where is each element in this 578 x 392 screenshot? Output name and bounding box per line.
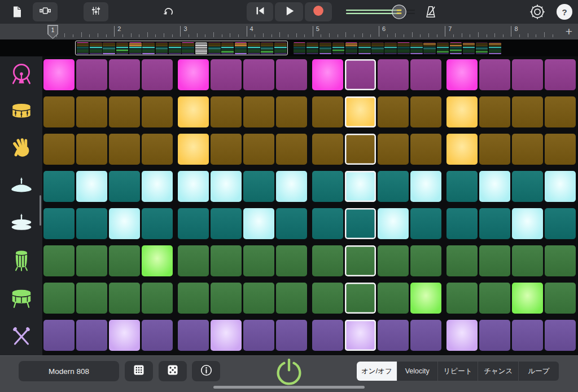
pad-snare-5[interactable] <box>178 96 209 127</box>
record-button[interactable] <box>305 2 332 21</box>
pad-conga-9[interactable] <box>312 245 343 276</box>
pad-sticks-10[interactable] <box>345 320 376 351</box>
pad-tom-13[interactable] <box>446 283 478 314</box>
pad-kick-2[interactable] <box>76 59 107 90</box>
pad-tom-8[interactable] <box>276 283 307 314</box>
instrument-closed-hihat[interactable] <box>0 171 42 202</box>
pad-snare-9[interactable] <box>312 96 343 127</box>
slider-thumb[interactable] <box>392 5 406 19</box>
pad-open-hihat-2[interactable] <box>76 208 107 239</box>
pad-sticks-8[interactable] <box>276 320 307 351</box>
instrument-sticks[interactable] <box>0 320 42 351</box>
pad-clap-7[interactable] <box>243 134 274 165</box>
tab-on-off[interactable]: オン/オフ <box>357 362 397 381</box>
pad-tom-16[interactable] <box>545 283 576 314</box>
preset-button[interactable]: Modern 808 <box>19 361 119 381</box>
pad-closed-hihat-2[interactable] <box>76 171 107 202</box>
pad-tom-11[interactable] <box>378 283 409 314</box>
pad-tom-9[interactable] <box>312 283 343 314</box>
pad-snare-13[interactable] <box>446 96 478 127</box>
pad-kick-13[interactable] <box>446 59 478 90</box>
pad-snare-8[interactable] <box>276 96 307 127</box>
pad-snare-11[interactable] <box>378 96 409 127</box>
pad-open-hihat-6[interactable] <box>211 208 242 239</box>
pad-tom-2[interactable] <box>76 283 107 314</box>
pad-open-hihat-14[interactable] <box>479 208 510 239</box>
pad-open-hihat-10[interactable] <box>345 208 376 239</box>
instrument-clap[interactable] <box>0 134 42 165</box>
instrument-kick[interactable] <box>0 59 42 90</box>
tab-chance[interactable]: チャンス <box>478 362 518 381</box>
pad-clap-11[interactable] <box>378 134 409 165</box>
pad-sticks-14[interactable] <box>479 320 510 351</box>
pad-sticks-9[interactable] <box>312 320 343 351</box>
pad-conga-2[interactable] <box>76 245 107 276</box>
pad-open-hihat-5[interactable] <box>178 208 209 239</box>
tab-velocity[interactable]: Velocity <box>397 362 437 381</box>
pad-tom-14[interactable] <box>479 283 510 314</box>
pad-conga-10[interactable] <box>345 245 376 276</box>
pad-open-hihat-12[interactable] <box>410 208 441 239</box>
pad-conga-3[interactable] <box>109 245 140 276</box>
pad-snare-2[interactable] <box>76 96 107 127</box>
undo-button[interactable] <box>161 5 175 21</box>
pad-closed-hihat-11[interactable] <box>378 171 409 202</box>
pad-open-hihat-13[interactable] <box>446 208 478 239</box>
info-button[interactable] <box>192 361 220 381</box>
metronome-button[interactable] <box>423 5 438 21</box>
pad-tom-5[interactable] <box>178 283 209 314</box>
pad-clap-9[interactable] <box>312 134 343 165</box>
pad-kick-5[interactable] <box>178 59 209 90</box>
pad-tom-4[interactable] <box>142 283 173 314</box>
pad-snare-7[interactable] <box>243 96 274 127</box>
pad-conga-8[interactable] <box>276 245 307 276</box>
pattern-region-1[interactable] <box>75 41 288 55</box>
add-section-button[interactable]: + <box>562 24 576 39</box>
pad-clap-1[interactable] <box>43 134 75 165</box>
pad-sticks-3[interactable] <box>109 320 140 351</box>
grid-view-button[interactable] <box>125 361 153 381</box>
pad-sticks-1[interactable] <box>43 320 75 351</box>
randomize-button[interactable] <box>159 361 187 381</box>
pad-kick-7[interactable] <box>243 59 274 90</box>
pad-conga-16[interactable] <box>545 245 576 276</box>
pad-snare-15[interactable] <box>512 96 543 127</box>
pad-sticks-16[interactable] <box>545 320 576 351</box>
pad-kick-1[interactable] <box>43 59 75 90</box>
pad-sticks-11[interactable] <box>378 320 409 351</box>
pattern-region-2[interactable] <box>292 41 502 55</box>
pad-sticks-12[interactable] <box>410 320 441 351</box>
instrument-tom[interactable] <box>0 283 42 314</box>
pad-closed-hihat-9[interactable] <box>312 171 343 202</box>
pad-open-hihat-7[interactable] <box>243 208 274 239</box>
horizontal-scrollbar[interactable] <box>213 386 365 389</box>
pad-sticks-7[interactable] <box>243 320 274 351</box>
pad-tom-3[interactable] <box>109 283 140 314</box>
view-toggle-button[interactable] <box>33 2 58 21</box>
pad-conga-11[interactable] <box>378 245 409 276</box>
pad-snare-3[interactable] <box>109 96 140 127</box>
pad-sticks-6[interactable] <box>211 320 242 351</box>
pad-closed-hihat-1[interactable] <box>43 171 75 202</box>
pad-clap-5[interactable] <box>178 134 209 165</box>
rewind-button[interactable] <box>247 2 273 21</box>
pad-tom-7[interactable] <box>243 283 274 314</box>
pad-closed-hihat-14[interactable] <box>479 171 510 202</box>
pad-clap-12[interactable] <box>410 134 441 165</box>
pad-conga-12[interactable] <box>410 245 441 276</box>
pad-conga-13[interactable] <box>446 245 478 276</box>
pad-tom-15[interactable] <box>512 283 543 314</box>
help-button[interactable]: ? <box>557 4 572 20</box>
pad-snare-4[interactable] <box>142 96 173 127</box>
pad-kick-3[interactable] <box>109 59 140 90</box>
pad-closed-hihat-5[interactable] <box>178 171 209 202</box>
pad-closed-hihat-4[interactable] <box>142 171 173 202</box>
pad-open-hihat-3[interactable] <box>109 208 140 239</box>
pad-closed-hihat-13[interactable] <box>446 171 478 202</box>
pad-kick-14[interactable] <box>479 59 510 90</box>
pad-sticks-5[interactable] <box>178 320 209 351</box>
pad-snare-6[interactable] <box>211 96 242 127</box>
pad-tom-1[interactable] <box>43 283 75 314</box>
pad-open-hihat-1[interactable] <box>43 208 75 239</box>
pad-clap-4[interactable] <box>142 134 173 165</box>
